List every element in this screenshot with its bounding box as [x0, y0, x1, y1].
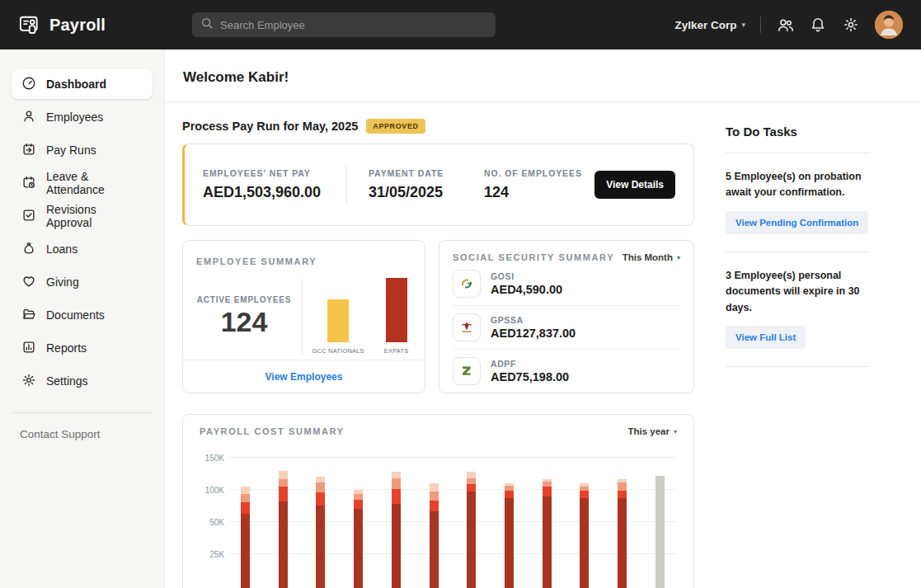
view-pending-confirmation-button[interactable]: View Pending Confirmation: [726, 211, 868, 234]
payroll-cost-bar[interactable]: [543, 479, 552, 588]
sidebar-item-leave-attendance[interactable]: Leave & Attendance: [12, 168, 153, 198]
adpf-logo: [453, 357, 481, 385]
payroll-cost-bar[interactable]: [430, 483, 439, 588]
stat-label: ACTIVE EMPLOYEES: [191, 295, 297, 304]
documents-icon: [21, 307, 36, 324]
employee-summary-title: EMPLOYEE SUMMARY: [196, 256, 317, 266]
todo-panel: To Do Tasks 5 Employee(s) on probation a…: [694, 102, 921, 588]
task-text: 5 Employee(s) on probation await your co…: [726, 169, 870, 201]
sidebar-divider: [12, 412, 153, 413]
search-box[interactable]: [192, 12, 496, 37]
sidebar-item-reports[interactable]: Reports: [12, 333, 153, 363]
y-axis-label: 50K: [200, 518, 224, 527]
caret-down-icon: ▾: [677, 254, 680, 261]
y-axis-label: 25K: [200, 550, 224, 559]
social-security-period-dropdown[interactable]: This Month ▾: [623, 252, 680, 262]
sidebar-item-label: Revisions Approval: [46, 203, 143, 229]
sidebar-item-pay-runs[interactable]: Pay Runs: [12, 135, 153, 165]
gpssa-row: GPSSA AED127,837.00: [453, 306, 680, 350]
gear-icon[interactable]: [842, 16, 860, 34]
payroll-cost-bar[interactable]: [354, 490, 363, 588]
payroll-cost-bar[interactable]: [505, 483, 514, 588]
payroll-cost-bar[interactable]: [618, 479, 627, 588]
sidebar-item-settings[interactable]: Settings: [12, 366, 153, 396]
todo-task-probation: 5 Employee(s) on probation await your co…: [726, 169, 870, 252]
topbar: Payroll Zylker Corp ▾: [0, 0, 921, 49]
revisions-approval-icon: [21, 208, 36, 225]
stat-label: NO. OF EMPLOYEES: [484, 168, 582, 178]
view-details-button[interactable]: View Details: [594, 171, 675, 199]
gridline-25k: 25K: [229, 553, 677, 554]
app-name: Payroll: [49, 16, 106, 35]
ss-name: GPSSA: [491, 315, 576, 325]
y-axis-label: 100K: [200, 486, 224, 495]
vertical-divider: [302, 279, 303, 355]
expats-bar: [386, 278, 407, 342]
task-text: 3 Employee(s) personal documents will ex…: [726, 268, 870, 316]
loans-icon: [21, 241, 36, 258]
sidebar: Dashboard Employees Pay Runs Leav: [0, 49, 165, 588]
status-badge: APPROVED: [366, 119, 425, 134]
y-axis-label: 150K: [200, 454, 224, 463]
search-icon: [200, 16, 214, 33]
sidebar-item-loans[interactable]: Loans: [12, 234, 153, 264]
users-icon[interactable]: [776, 16, 794, 34]
topbar-divider: [760, 16, 761, 33]
payroll-cost-title: PAYROLL COST SUMMARY: [200, 426, 345, 436]
sidebar-item-label: Loans: [46, 242, 78, 256]
gridline-50k: 50K: [229, 521, 677, 522]
stat-label: EMPLOYEES' NET PAY: [203, 168, 341, 178]
stat-value: 124: [484, 184, 582, 201]
user-avatar[interactable]: [875, 11, 903, 39]
sidebar-item-label: Leave & Attendance: [46, 170, 143, 196]
gcc-nationals-label: GCC NATIONALS: [312, 347, 364, 355]
task-divider: [726, 366, 870, 367]
sidebar-item-employees[interactable]: Employees: [12, 102, 153, 132]
payroll-cost-plot: 150K 100K 50K 25K: [200, 443, 677, 588]
sidebar-item-label: Reports: [46, 341, 87, 355]
dashboard-icon: [21, 76, 36, 93]
payroll-cost-bar[interactable]: [656, 476, 665, 588]
gcc-nationals-bar: [327, 299, 349, 342]
todo-title: To Do Tasks: [726, 125, 870, 139]
stat-value: 31/05/2025: [369, 184, 484, 201]
reports-icon: [21, 340, 36, 357]
ss-name: GOSI: [491, 271, 562, 281]
payroll-cost-period-dropdown[interactable]: This year ▾: [627, 426, 677, 436]
ss-amount: AED75,198.00: [491, 370, 569, 383]
payroll-cost-bar[interactable]: [580, 483, 589, 588]
employee-count-stat: NO. OF EMPLOYEES 124: [484, 168, 582, 201]
payroll-cost-bar[interactable]: [392, 472, 401, 588]
ss-amount: AED4,590.00: [491, 283, 562, 296]
social-security-title: SOCIAL SECURITY SUMMARY: [453, 252, 614, 262]
payroll-cost-bar[interactable]: [241, 487, 250, 588]
payroll-cost-bar[interactable]: [316, 477, 325, 588]
sidebar-item-revisions-approval[interactable]: Revisions Approval: [12, 201, 153, 231]
sidebar-item-documents[interactable]: Documents: [12, 300, 153, 330]
org-selector[interactable]: Zylker Corp ▾: [674, 19, 745, 31]
active-employees-stat: ACTIVE EMPLOYEES 124: [191, 295, 297, 338]
view-full-list-button[interactable]: View Full List: [726, 326, 806, 349]
sidebar-item-giving[interactable]: Giving: [12, 267, 153, 297]
todo-task-documents: 3 Employee(s) personal documents will ex…: [726, 268, 870, 367]
sidebar-item-label: Dashboard: [46, 78, 106, 91]
payroll-cost-bar[interactable]: [279, 471, 288, 588]
stat-divider: [346, 166, 347, 204]
gridline-100k: 100K: [229, 489, 677, 490]
expats-label: EXPATS: [384, 347, 409, 355]
payment-date-stat: PAYMENT DATE 31/05/2025: [369, 168, 484, 201]
contact-support-link[interactable]: Contact Support: [20, 428, 164, 440]
employees-icon: [21, 109, 36, 126]
settings-icon: [21, 373, 36, 390]
gpssa-logo: [453, 313, 481, 341]
payrun-title: Process Pay Run for May, 2025: [182, 120, 358, 133]
sidebar-item-dashboard[interactable]: Dashboard: [12, 69, 153, 99]
bell-icon[interactable]: [809, 16, 827, 34]
search-input[interactable]: [220, 19, 487, 31]
payroll-logo-icon: [18, 14, 41, 35]
sidebar-item-label: Employees: [46, 111, 103, 124]
payroll-cost-bar[interactable]: [467, 472, 476, 588]
payrun-card: EMPLOYEES' NET PAY AED1,503,960.00 PAYME…: [182, 143, 694, 226]
stat-value: AED1,503,960.00: [203, 184, 341, 201]
view-employees-link[interactable]: View Employees: [265, 371, 343, 383]
